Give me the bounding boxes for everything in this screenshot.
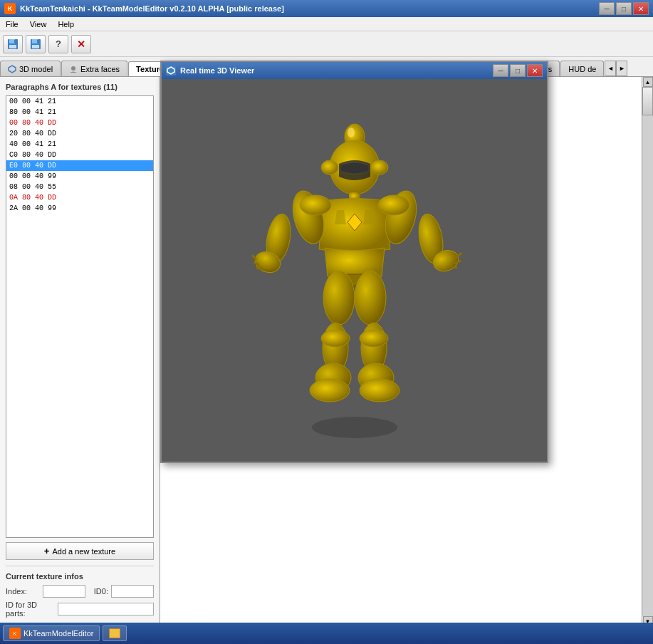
scroll-up-button[interactable]: ▲	[643, 77, 653, 87]
svg-rect-7	[37, 40, 38, 43]
id3d-input[interactable]	[58, 603, 154, 616]
minimize-button[interactable]: ─	[599, 2, 615, 15]
svg-line-48	[256, 268, 262, 269]
list-item[interactable]: 40 00 41 21	[6, 139, 153, 150]
tab-scroll-right[interactable]: ►	[616, 61, 627, 76]
scrollbar-track[interactable]	[642, 87, 653, 616]
viewer-title-text: Real time 3D Viewer	[166, 66, 254, 76]
list-item[interactable]: 00 80 40 DD	[6, 118, 153, 128]
svg-rect-2	[9, 45, 16, 48]
index-label: Index:	[6, 587, 40, 596]
3d-model-icon	[8, 65, 16, 73]
save1-button[interactable]	[3, 35, 23, 53]
svg-point-39	[371, 160, 388, 175]
taskbar: K KkTeamModelEditor	[0, 623, 653, 644]
viewer-window: Real time 3D Viewer ─ □ ✕	[160, 61, 548, 463]
title-bar-text: K KkTeamTenkaichi - KkTeamModelEditor v0…	[4, 3, 284, 14]
svg-point-38	[321, 160, 338, 175]
id0-label: ID0:	[94, 587, 108, 596]
list-item[interactable]: 08 00 40 55	[6, 182, 153, 192]
scrollbar-thumb[interactable]	[642, 87, 653, 115]
app-title: KkTeamTenkaichi - KkTeamModelEditor v0.2…	[20, 4, 284, 13]
tab-hud[interactable]: HUD de	[560, 61, 604, 76]
viewer-icon	[166, 66, 176, 76]
svg-point-65	[321, 330, 350, 347]
svg-point-34	[312, 417, 397, 438]
viewer-window-controls: ─ □ ✕	[493, 64, 543, 77]
viewer-maximize-button[interactable]: □	[510, 64, 526, 77]
index-row: Index: ID0:	[6, 585, 154, 598]
id3d-label: ID for 3D parts:	[6, 601, 55, 618]
tab-3d-model[interactable]: 3D model	[0, 61, 61, 76]
svg-point-9	[71, 66, 75, 71]
viewer-content	[162, 79, 547, 462]
list-item-selected[interactable]: E0 80 40 DD	[6, 160, 153, 171]
list-item[interactable]: C0 80 40 DD	[6, 150, 153, 160]
viewer-title-bar: Real time 3D Viewer ─ □ ✕	[162, 62, 547, 79]
viewer-close-button[interactable]: ✕	[527, 64, 543, 77]
add-texture-button[interactable]: + Add a new texture	[6, 542, 154, 560]
svg-point-36	[348, 128, 355, 137]
taskbar-folder-button[interactable]	[103, 625, 127, 641]
index-input[interactable]	[43, 585, 85, 598]
app-icon: K	[4, 3, 16, 14]
list-item[interactable]: 2A 00 40 99	[6, 203, 153, 214]
help-button[interactable]: ?	[48, 35, 68, 53]
right-scrollbar: ▲ ▼	[642, 77, 653, 626]
toolbar: ? ✕	[0, 31, 653, 57]
id3d-row: ID for 3D parts:	[6, 601, 154, 618]
svg-marker-8	[9, 66, 16, 73]
svg-point-55	[323, 271, 355, 325]
title-bar: K KkTeamTenkaichi - KkTeamModelEditor v0…	[0, 0, 653, 17]
svg-line-54	[451, 267, 457, 268]
viewer-minimize-button[interactable]: ─	[493, 64, 508, 77]
svg-rect-1	[9, 39, 15, 43]
menu-bar: File View Help	[0, 17, 653, 31]
svg-point-64	[378, 195, 409, 215]
menu-view[interactable]: View	[24, 17, 53, 31]
tab-scroll-left[interactable]: ◄	[605, 61, 616, 76]
save2-button[interactable]	[26, 35, 46, 53]
menu-help[interactable]: Help	[52, 17, 80, 31]
list-item[interactable]: 00 00 41 21	[6, 96, 153, 107]
extra-faces-icon	[69, 65, 78, 73]
texture-list[interactable]: 00 00 41 21 80 00 41 21 00 80 40 DD 20 8…	[6, 95, 154, 538]
taskbar-folder-icon	[109, 628, 120, 638]
list-item[interactable]: 20 80 40 DD	[6, 128, 153, 139]
character-3d-svg	[219, 100, 490, 442]
taskbar-app-button[interactable]: K KkTeamModelEditor	[3, 625, 100, 641]
save2-icon	[30, 38, 41, 50]
exit-button[interactable]: ✕	[71, 35, 91, 53]
svg-point-66	[360, 330, 388, 347]
list-item[interactable]: 0A 80 40 DD	[6, 192, 153, 203]
info-section-title: Current texture infos	[6, 572, 154, 581]
menu-file[interactable]: File	[0, 17, 24, 31]
id0-input[interactable]	[111, 585, 154, 598]
svg-point-59	[355, 271, 386, 325]
svg-point-63	[300, 195, 331, 215]
list-item[interactable]: 80 00 41 21	[6, 107, 153, 118]
svg-point-62	[360, 379, 399, 402]
svg-rect-6	[32, 45, 39, 48]
tab-extra-faces[interactable]: Extra faces	[61, 61, 127, 76]
svg-point-58	[310, 379, 350, 402]
title-controls: ─ □ ✕	[599, 2, 649, 15]
maximize-button[interactable]: □	[616, 2, 632, 15]
close-button[interactable]: ✕	[633, 2, 649, 15]
save1-icon	[7, 38, 19, 50]
paragraphs-title: Paragraphs A for textures (11)	[6, 83, 154, 91]
svg-rect-3	[14, 40, 16, 43]
taskbar-app-icon: K	[9, 628, 21, 639]
plus-icon: +	[44, 546, 50, 556]
texture-info-section: Current texture infos Index: ID0: ID for…	[6, 566, 154, 620]
list-item[interactable]: 00 00 40 99	[6, 171, 153, 182]
left-panel: Paragraphs A for textures (11) 00 00 41 …	[0, 77, 160, 626]
svg-rect-5	[32, 39, 38, 43]
